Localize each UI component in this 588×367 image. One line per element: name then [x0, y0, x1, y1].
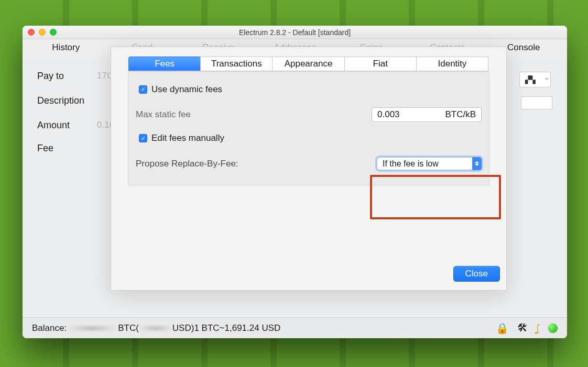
tools-icon[interactable]: 🛠	[517, 322, 528, 334]
payto-label: Pay to	[37, 71, 90, 82]
edit-fees-manually-checkbox[interactable]: ✓ Edit fees manually	[139, 133, 224, 143]
preferences-dialog: Fees Transactions Appearance Fiat Identi…	[111, 47, 507, 291]
check-icon: ✓	[139, 134, 147, 142]
description-label: Description	[37, 95, 90, 106]
zoom-window-icon[interactable]	[50, 29, 57, 36]
usd-unit: USD)	[172, 323, 194, 333]
balance-btc-redacted	[69, 325, 116, 332]
description-input-right[interactable]	[521, 96, 552, 109]
app-window: Electrum 2.8.2 - Default [standard] Hist…	[23, 26, 567, 338]
balance-usd-redacted	[140, 325, 171, 332]
pref-tab-appearance[interactable]: Appearance	[272, 57, 344, 71]
propose-rbf-select[interactable]: If the fee is low	[377, 157, 482, 170]
rate-text: 1 BTC~1,691.24 USD	[194, 323, 280, 333]
annotation-highlight	[370, 175, 501, 219]
network-status-led[interactable]	[548, 324, 558, 333]
balance-label: Balance:	[32, 323, 67, 333]
window-controls	[28, 29, 57, 36]
window-title: Electrum 2.8.2 - Default [standard]	[239, 28, 351, 37]
pref-tab-fees[interactable]: Fees	[128, 57, 201, 71]
close-window-icon[interactable]	[28, 29, 35, 36]
edit-fees-manually-label: Edit fees manually	[151, 133, 224, 143]
use-dynamic-fees-checkbox[interactable]: ✓ Use dynamic fees	[139, 84, 222, 95]
minimize-window-icon[interactable]	[39, 29, 46, 36]
payto-aux-buttons: ▞▚	[519, 72, 551, 87]
use-dynamic-fees-label: Use dynamic fees	[151, 84, 222, 95]
status-bar: Balance: BTC ( USD) 1 BTC~1,691.24 USD 🔒…	[23, 317, 567, 338]
titlebar: Electrum 2.8.2 - Default [standard]	[23, 26, 567, 39]
propose-rbf-value: If the fee is low	[383, 159, 439, 169]
max-static-fee-unit: BTC/kB	[445, 109, 476, 120]
pref-tab-identity[interactable]: Identity	[416, 57, 488, 71]
pref-tabs: Fees Transactions Appearance Fiat Identi…	[129, 57, 488, 71]
close-button[interactable]: Close	[453, 266, 500, 282]
btc-unit: BTC	[118, 323, 136, 333]
pref-tab-fiat[interactable]: Fiat	[344, 57, 417, 71]
max-static-fee-label: Max static fee	[136, 109, 191, 120]
qr-icon[interactable]: ▞▚	[525, 75, 535, 84]
max-static-fee-input[interactable]: 0.003 BTC/kB	[372, 107, 482, 122]
open-paren: (	[136, 323, 139, 333]
fee-label: Fee	[37, 143, 90, 154]
lock-icon[interactable]: 🔒	[496, 322, 509, 335]
amount-label: Amount	[37, 120, 90, 131]
check-icon: ✓	[139, 85, 147, 94]
max-static-fee-value: 0.003	[377, 109, 400, 120]
chevron-up-down-icon	[472, 157, 482, 170]
tab-history[interactable]: History	[28, 39, 104, 56]
propose-rbf-label: Propose Replace-By-Fee:	[136, 159, 238, 169]
seed-icon[interactable]: ʆ	[536, 322, 540, 335]
pref-body: ✓ Use dynamic fees Max static fee 0.003 …	[128, 71, 489, 185]
pref-tab-transactions[interactable]: Transactions	[200, 57, 273, 71]
